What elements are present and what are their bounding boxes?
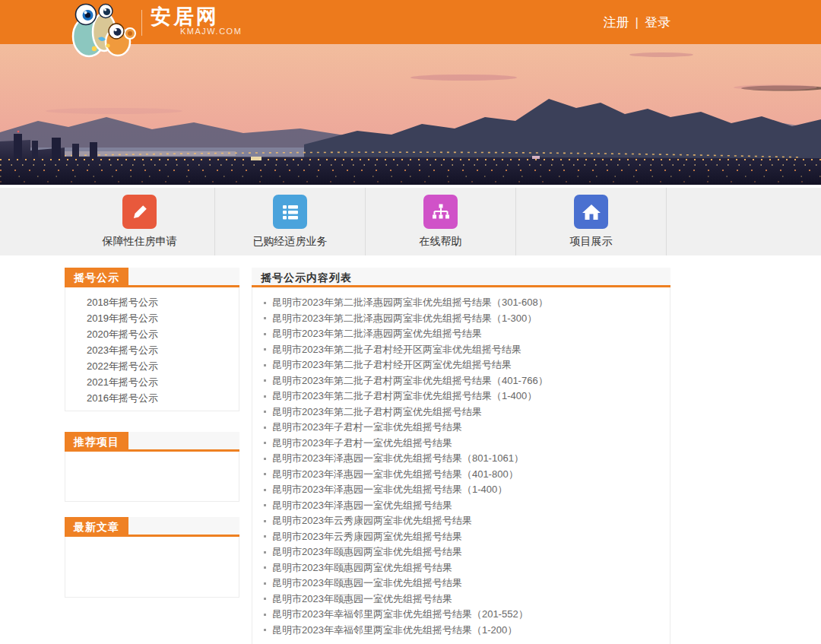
list-icon [273,195,307,229]
bullet-dot-icon [264,473,266,475]
action-label: 已购经适房业务 [253,235,328,249]
sidebar-year-link[interactable]: 2016年摇号公示 [65,390,239,406]
bullet-dot-icon [264,551,266,554]
lottery-result-link[interactable]: 昆明市2023年第二批子君村经开区两室非优先组摇号结果 [252,342,670,358]
sidebar-year-link[interactable]: 2021年摇号公示 [65,374,239,390]
bullet-dot-icon [264,566,266,569]
lottery-result-link[interactable]: 昆明市2023年颐惠园一室非优先组摇号结果 [252,576,670,592]
lottery-result-link[interactable]: 昆明市2023年颐惠园两室优先组摇号结果 [252,560,670,576]
lottery-result-text: 昆明市2023年第二批子君村经开区两室非优先组摇号结果 [272,343,521,357]
lottery-result-link[interactable]: 昆明市2023年泽惠园一室优先组摇号结果 [252,498,670,514]
lottery-result-link[interactable]: 昆明市2023年子君村一室非优先组摇号结果 [252,420,670,436]
home-icon [574,195,608,229]
main-panel-title: 摇号公示内容列表 [252,268,670,287]
bullet-dot-icon [264,504,266,506]
lottery-result-link[interactable]: 昆明市2023年云秀康园两室非优先组摇号结果 [252,513,670,529]
lottery-result-link[interactable]: 昆明市2023年第二批泽惠园两室优先组摇号结果 [252,326,670,342]
logo-divider [141,10,142,36]
lottery-result-link[interactable]: 昆明市2023年泽惠园一室非优先组摇号结果（1-400） [252,482,670,498]
sidebar: 摇号公示 2018年摇号公示 2019年摇号公示 2020年摇号公示 2023年… [65,268,239,598]
sitemap-icon [423,195,458,229]
lottery-result-link[interactable]: 昆明市2023年第二批子君村经开区两室优先组摇号结果 [252,357,670,373]
latest-articles-box: 最新文章 [65,517,239,598]
lottery-result-text: 昆明市2023年第二批泽惠园两室非优先组摇号结果（1-300） [272,312,537,325]
pencil-icon [122,195,157,229]
action-label: 在线帮助 [420,235,462,249]
lottery-result-link[interactable]: 昆明市2023年第二批泽惠园两室非优先组摇号结果（1-300） [252,311,670,327]
lottery-result-link[interactable]: 昆明市2023年幸福邻里两室非优先组摇号结果（1-200） [252,623,670,639]
bullet-dot-icon [264,458,266,460]
lottery-result-text: 昆明市2023年幸福邻里两室非优先组摇号结果（1-200） [272,623,517,637]
bullet-dot-icon [264,379,266,382]
bullet-dot-icon [264,582,266,585]
lottery-result-text: 昆明市2023年颐惠园一室非优先组摇号结果 [272,576,462,590]
main-panel-header: 摇号公示内容列表 [252,268,670,287]
lottery-result-link[interactable]: 昆明市2023年云秀康园两室优先组摇号结果 [252,529,670,545]
bullet-dot-icon [264,302,266,304]
lottery-result-text: 昆明市2023年颐惠园两室非优先组摇号结果 [272,545,462,559]
box-header: 摇号公示 [65,268,239,287]
lottery-result-text: 昆明市2023年云秀康园两室优先组摇号结果 [272,530,462,544]
lottery-result-text: 昆明市2023年第二批泽惠园两室优先组摇号结果 [272,327,482,341]
box-header: 最新文章 [65,517,239,537]
auth-separator: | [636,15,639,30]
register-link[interactable]: 注册 [604,14,629,31]
lottery-result-text: 昆明市2023年第二批子君村两室非优先组摇号结果（401-766） [272,374,548,388]
lottery-result-link[interactable]: 昆明市2023年第二批泽惠园两室非优先组摇号结果（301-608） [252,295,670,311]
lottery-result-text: 昆明市2023年颐惠园两室优先组摇号结果 [272,561,452,575]
lottery-result-text: 昆明市2023年泽惠园一室优先组摇号结果 [272,499,452,512]
recommended-projects-box: 推荐项目 [65,432,239,502]
lottery-results-list: 昆明市2023年第二批泽惠园两室非优先组摇号结果（301-608） 昆明市202… [252,287,670,644]
action-online-help[interactable]: 在线帮助 [366,188,516,255]
bullet-dot-icon [264,629,266,631]
bullet-dot-icon [264,598,266,600]
page: 安居网 KMAJW.COM 注册 | 登录 [0,0,821,644]
action-purchased-housing[interactable]: 已购经适房业务 [215,188,366,255]
content-area: 摇号公示 2018年摇号公示 2019年摇号公示 2020年摇号公示 2023年… [65,268,670,644]
box-title: 推荐项目 [65,432,128,452]
lottery-result-text: 昆明市2023年颐惠园一室优先组摇号结果 [272,592,452,606]
lottery-result-text: 昆明市2023年泽惠园一室非优先组摇号结果（1-400） [272,483,507,496]
top-header-bar: 安居网 KMAJW.COM 注册 | 登录 [0,0,821,44]
bullet-dot-icon [264,442,266,444]
sidebar-year-link[interactable]: 2019年摇号公示 [65,310,239,326]
site-logo-text[interactable]: 安居网 KMAJW.COM [151,6,242,36]
bullet-dot-icon [264,348,266,351]
lottery-result-text: 昆明市2023年第二批子君村两室优先组摇号结果 [272,405,482,419]
lottery-result-link[interactable]: 昆明市2023年子君村一室优先组摇号结果 [252,436,670,452]
sidebar-year-link[interactable]: 2022年摇号公示 [65,358,239,374]
lottery-result-link[interactable]: 昆明市2023年泽惠园一室非优先组摇号结果（801-1061） [252,451,670,467]
lottery-result-link[interactable]: 昆明市2023年泽惠园一室非优先组摇号结果（401-800） [252,467,670,483]
site-name: 安居网 [151,6,242,27]
lottery-result-text: 昆明市2023年子君村一室优先组摇号结果 [272,436,452,450]
action-label: 项目展示 [570,235,613,249]
lottery-years-list: 2018年摇号公示 2019年摇号公示 2020年摇号公示 2023年摇号公示 … [65,287,239,411]
lottery-result-link[interactable]: 昆明市2023年第二批子君村两室非优先组摇号结果（1-400） [252,389,670,404]
recommended-projects-body [65,452,239,502]
login-link[interactable]: 登录 [645,14,670,31]
sidebar-year-link[interactable]: 2020年摇号公示 [65,326,239,342]
lottery-result-link[interactable]: 昆明市2023年颐惠园两室非优先组摇号结果 [252,544,670,560]
action-label: 保障性住房申请 [103,235,177,249]
lottery-announcements-box: 摇号公示 2018年摇号公示 2019年摇号公示 2020年摇号公示 2023年… [65,268,239,411]
action-housing-application[interactable]: 保障性住房申请 [65,188,215,255]
site-mascot-logo-icon[interactable] [66,2,138,59]
quick-actions-band: 保障性住房申请 已购经适房业务 [0,188,821,255]
lottery-result-link[interactable]: 昆明市2023年第二批子君村两室非优先组摇号结果（401-766） [252,373,670,389]
lottery-result-text: 昆明市2023年泽惠园一室非优先组摇号结果（401-800） [272,468,518,481]
sidebar-year-link[interactable]: 2018年摇号公示 [65,294,239,310]
hero-banner-image [0,44,821,185]
auth-links: 注册 | 登录 [604,14,670,31]
lottery-result-link[interactable]: 昆明市2023年第二批子君村两室优先组摇号结果 [252,404,670,420]
lottery-result-link[interactable]: 昆明市2023年幸福邻里两室非优先组摇号结果（201-552） [252,607,670,623]
lottery-result-text: 昆明市2023年云秀康园两室非优先组摇号结果 [272,514,472,528]
bullet-dot-icon [264,520,266,522]
box-title: 最新文章 [65,517,128,537]
action-project-showcase[interactable]: 项目展示 [516,188,667,255]
sidebar-year-link[interactable]: 2023年摇号公示 [65,342,239,358]
main-panel: 摇号公示内容列表 昆明市2023年第二批泽惠园两室非优先组摇号结果（301-60… [252,268,670,644]
box-title: 摇号公示 [65,268,128,287]
bullet-dot-icon [264,411,266,413]
bullet-dot-icon [264,489,266,491]
lottery-result-link[interactable]: 昆明市2023年颐惠园一室优先组摇号结果 [252,592,670,608]
